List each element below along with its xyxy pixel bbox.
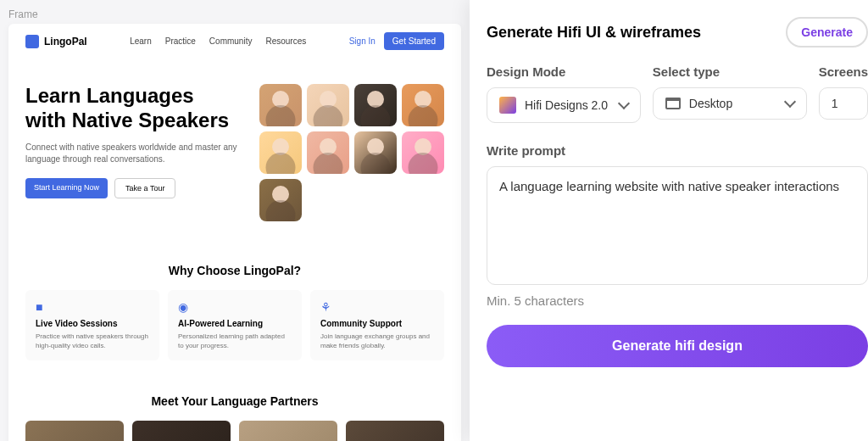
feature-desc: Join language exchange groups and make f…: [320, 332, 434, 350]
person-avatar-icon: [259, 84, 302, 126]
feature-title: Live Video Sessions: [36, 319, 149, 328]
person-avatar-icon: [307, 84, 349, 126]
partner-card[interactable]: [346, 421, 444, 441]
hero-section: Learn Languages with Native Speakers Con…: [8, 59, 461, 247]
ai-icon: ◉: [178, 300, 292, 314]
person-avatar-icon: [307, 131, 349, 174]
chevron-down-icon: [618, 98, 630, 109]
partners-section: Meet Your Language Partners: [8, 377, 461, 441]
feature-title: AI-Powered Learning: [178, 319, 292, 328]
panel-header: Generate Hifi UI & wireframes Generate: [487, 17, 868, 47]
canvas-area: Frame LingoPal Learn Practice Community …: [0, 0, 470, 441]
nav-links: Learn Practice Community Resources: [130, 36, 306, 46]
people-illustration: [259, 84, 444, 221]
nav-link-practice[interactable]: Practice: [165, 36, 196, 46]
person-avatar-icon: [402, 84, 444, 126]
feature-desc: Practice with native speakers through hi…: [36, 332, 149, 350]
type-label: Select type: [653, 64, 807, 79]
design-mode-value: Hifi Designs 2.0: [525, 98, 608, 112]
features-title: Why Choose LingoPal?: [25, 264, 444, 277]
get-started-button[interactable]: Get Started: [384, 32, 444, 50]
feature-title: Community Support: [320, 319, 434, 328]
feature-card: ◉ AI-Powered Learning Personalized learn…: [168, 290, 302, 360]
prompt-textarea[interactable]: [487, 166, 868, 285]
nav-link-learn[interactable]: Learn: [130, 36, 152, 46]
feature-card: ⚘ Community Support Join language exchan…: [310, 290, 444, 360]
type-select[interactable]: Desktop: [653, 87, 807, 120]
hero-title: Learn Languages with Native Speakers: [25, 84, 237, 133]
person-avatar-icon: [259, 131, 302, 174]
features-section: Why Choose LingoPal? ■ Live Video Sessio…: [8, 247, 461, 377]
desktop-icon: [665, 98, 681, 109]
website-preview[interactable]: LingoPal Learn Practice Community Resour…: [8, 24, 461, 441]
prompt-area: Write prompt: [487, 143, 868, 288]
partner-card[interactable]: [132, 421, 231, 441]
chevron-down-icon: [784, 96, 796, 108]
partner-grid: [25, 421, 444, 441]
hifi-icon: [499, 97, 516, 114]
feature-grid: ■ Live Video Sessions Practice with nati…: [25, 290, 444, 360]
feature-card: ■ Live Video Sessions Practice with nati…: [25, 290, 159, 360]
feature-desc: Personalized learning path adapted to yo…: [178, 332, 292, 350]
partner-card[interactable]: [239, 421, 337, 441]
nav-link-community[interactable]: Community: [209, 36, 253, 46]
screens-label: Screens: [819, 64, 868, 79]
person-avatar-icon: [259, 179, 302, 221]
logo-icon: [25, 35, 39, 48]
partner-card[interactable]: [25, 421, 124, 441]
brand-name: LingoPal: [44, 36, 87, 47]
screens-value: 1: [832, 97, 838, 110]
brand-group: LingoPal: [25, 35, 87, 48]
video-icon: ■: [36, 300, 149, 314]
start-learning-button[interactable]: Start Learning Now: [25, 178, 108, 198]
type-control: Select type Desktop: [653, 64, 807, 123]
person-avatar-icon: [354, 131, 397, 174]
hero-text: Learn Languages with Native Speakers Con…: [25, 84, 237, 221]
panel-title: Generate Hifi UI & wireframes: [487, 24, 701, 42]
hero-subtitle: Connect with native speakers worldwide a…: [25, 142, 237, 165]
hero-buttons: Start Learning Now Take a Tour: [25, 178, 237, 198]
generate-top-button[interactable]: Generate: [786, 17, 868, 47]
type-value: Desktop: [689, 97, 732, 110]
prompt-label: Write prompt: [487, 143, 868, 158]
design-mode-select[interactable]: Hifi Designs 2.0: [487, 87, 641, 123]
controls-row: Design Mode Hifi Designs 2.0 Select type…: [487, 64, 868, 123]
person-avatar-icon: [402, 131, 444, 174]
frame-label: Frame: [8, 8, 461, 20]
design-mode-label: Design Mode: [487, 64, 641, 79]
nav-link-resources[interactable]: Resources: [265, 36, 306, 46]
design-mode-control: Design Mode Hifi Designs 2.0: [487, 64, 641, 123]
take-tour-button[interactable]: Take a Tour: [114, 178, 175, 198]
generate-panel: Generate Hifi UI & wireframes Generate D…: [470, 0, 868, 441]
community-icon: ⚘: [320, 300, 434, 314]
generate-hifi-button[interactable]: Generate hifi design: [487, 325, 868, 367]
partners-title: Meet Your Language Partners: [25, 394, 444, 408]
nav-right: Sign In Get Started: [349, 32, 444, 50]
person-avatar-icon: [354, 84, 397, 126]
screens-select[interactable]: 1: [819, 87, 868, 120]
preview-nav: LingoPal Learn Practice Community Resour…: [8, 24, 461, 59]
prompt-hint: Min. 5 characters: [487, 293, 868, 308]
signin-link[interactable]: Sign In: [349, 36, 376, 46]
screens-control: Screens 1: [819, 64, 868, 123]
